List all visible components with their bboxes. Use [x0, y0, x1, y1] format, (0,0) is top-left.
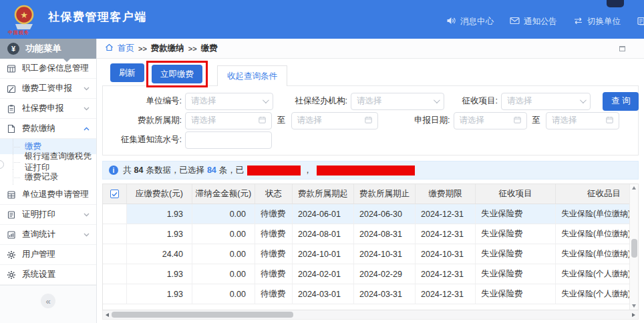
info-text: 条数据，已选择 — [146, 165, 204, 176]
sidebar-item-refund-management[interactable]: 单位退费申请管理 — [0, 185, 96, 205]
app-window: ★ 中国税务 社保费管理客户端 消息中心 通知公告 — [0, 0, 644, 323]
refund-icon — [7, 190, 17, 200]
unit-no-label: 单位编号: — [103, 95, 182, 107]
cell-status: 待缴费 — [255, 204, 293, 224]
row-checkbox-cell[interactable] — [103, 244, 127, 264]
info-icon: i — [109, 166, 118, 175]
svg-text:★: ★ — [20, 10, 28, 20]
scroll-down-icon[interactable] — [632, 304, 636, 308]
query-form-panel: 单位编号: 请选择 社保经办机构: 请选择 征收项目: 请选择 — [102, 85, 639, 155]
nav-switch-unit[interactable]: 切换单位 — [573, 16, 621, 27]
table-row[interactable]: 24.40 0.00 待缴费 2024-10-01 2024-10-31 202… — [103, 244, 638, 264]
cell-deadline: 2024-10-31 — [416, 244, 476, 264]
table-row[interactable]: 1.93 0.00 待缴费 2024-02-01 2024-02-29 2024… — [103, 264, 638, 284]
cell-period-start: 2024-03-01 — [293, 284, 354, 304]
cell-period-start: 2024-02-01 — [293, 264, 354, 284]
menu-notch — [63, 58, 71, 62]
vertical-scroll-thumb[interactable] — [631, 239, 637, 258]
col-deadline[interactable]: 缴费期限 — [416, 184, 476, 204]
declare-start-datepicker[interactable]: 请选择 — [454, 112, 527, 129]
collection-notice-serial-input[interactable] — [185, 131, 272, 149]
sidebar-item-user-management[interactable]: 用户管理 — [0, 245, 96, 265]
nav-unit-management[interactable]: 单位管理 — [637, 16, 644, 27]
sidebar-collapse-button[interactable]: « — [41, 294, 55, 308]
period-end-datepicker[interactable]: 请选择 — [291, 112, 378, 129]
serial-label: 征集通知流水号: — [103, 134, 182, 145]
to-label: 至 — [277, 115, 286, 126]
table-header-row: 应缴费款(元) 滞纳金金额(元) 状态 费款所属期起 费款所属期止 缴费期限 征… — [103, 184, 638, 204]
scroll-left-icon[interactable] — [106, 313, 109, 317]
declare-end-datepicker[interactable]: 请选择 — [546, 112, 619, 129]
row-checkbox-cell[interactable] — [103, 224, 127, 244]
col-period-end[interactable]: 费款所属期止 — [354, 184, 416, 204]
brand: ★ 中国税务 社保费管理客户端 — [9, 1, 147, 37]
window-restore-icon[interactable] — [619, 46, 625, 51]
home-icon — [105, 43, 114, 53]
nav-notice-board[interactable]: 通知公告 — [510, 16, 557, 27]
sidebar-item-fee-payment[interactable]: 费款缴纳 — [0, 119, 96, 139]
sidebar-item-system-settings[interactable]: 系统设置 — [0, 265, 96, 285]
cell-period-start: 2024-08-01 — [293, 224, 354, 244]
cell-late-fee: 0.00 — [192, 284, 255, 304]
partial-row — [103, 304, 638, 310]
horizontal-scroll-thumb[interactable] — [112, 312, 293, 318]
table-row[interactable]: 1.93 0.00 待缴费 2024-03-01 2024-03-31 2024… — [103, 284, 638, 304]
col-period-start[interactable]: 费款所属期起 — [293, 184, 354, 204]
sidebar-item-query-statistics[interactable]: 查询统计 — [0, 225, 96, 245]
vertical-scrollbar[interactable] — [629, 184, 638, 310]
levy-item-select[interactable]: 请选择 — [501, 93, 591, 110]
sidebar-item-salary-declaration[interactable]: 缴费工资申报 — [0, 79, 96, 99]
calendar-icon — [606, 116, 613, 125]
col-levy-item[interactable]: 征收项目 — [476, 184, 556, 204]
cell-amount-due: 24.40 — [127, 244, 192, 264]
sidebar-item-employee-insurance-info[interactable]: 职工参保信息管理 — [0, 59, 96, 79]
cell-amount-due: 1.93 — [127, 264, 192, 284]
horizontal-scrollbar[interactable] — [102, 310, 639, 320]
table-row[interactable]: 1.93 0.00 待缴费 2024-08-01 2024-08-31 2024… — [103, 224, 638, 244]
info-text: ， — [303, 165, 312, 176]
select-placeholder: 请选择 — [191, 95, 216, 107]
cell-deadline: 2024-12-31 — [416, 284, 476, 304]
select-all-checkbox[interactable] — [110, 190, 119, 198]
selection-info-bar: i 共 84 条数据，已选择 84 条，已 ， — [102, 161, 639, 180]
sidebar-item-fee-declaration[interactable]: 社保费申报 — [0, 99, 96, 119]
refresh-button[interactable]: 刷新 — [110, 63, 144, 82]
nav-message-center[interactable]: 消息中心 — [446, 16, 494, 27]
nav-label: 切换单位 — [587, 16, 621, 27]
row-checkbox-cell[interactable] — [103, 284, 127, 304]
sidebar-subitem-payment-records[interactable]: 缴费记录 — [0, 170, 96, 185]
sidebar-item-certificate-print[interactable]: 证明打印 — [0, 205, 96, 225]
total-count: 84 — [134, 166, 144, 175]
scroll-up-icon[interactable] — [632, 186, 636, 190]
row-checkbox-cell[interactable] — [103, 204, 127, 224]
sidebar-item-label: 缴费工资申报 — [22, 83, 78, 94]
nav-label: 消息中心 — [460, 16, 494, 27]
col-late-fee[interactable]: 滞纳金金额(元) — [192, 184, 255, 204]
breadcrumb-home[interactable]: 首页 — [118, 43, 134, 54]
collapse-query-tab[interactable]: 收起查询条件 — [217, 65, 287, 86]
pay-now-button[interactable]: 立即缴费 — [152, 65, 202, 83]
actions-row: 刷新 立即缴费 收起查询条件 — [102, 59, 639, 85]
top-corner-artifact — [607, 0, 624, 7]
sidebar-subitem-bank-voucher-print[interactable]: 银行端查询缴税凭证打印 — [0, 154, 96, 170]
breadcrumb-separator: >> — [138, 45, 147, 53]
payments-table: 应缴费款(元) 滞纳金金额(元) 状态 费款所属期起 费款所属期止 缴费期限 征… — [102, 184, 639, 310]
agency-select[interactable]: 请选择 — [351, 93, 444, 110]
col-status[interactable]: 状态 — [255, 184, 293, 204]
period-start-datepicker[interactable]: 请选择 — [185, 112, 272, 129]
agency-label: 社保经办机构: — [283, 95, 347, 107]
col-amount-due[interactable]: 应缴费款(元) — [127, 184, 192, 204]
cell-deadline: 2024-12-31 — [416, 224, 476, 244]
info-text: 共 — [123, 165, 132, 176]
col-levy-subitem[interactable]: 征收品目 — [556, 184, 638, 204]
cell-period-start: 2024-10-01 — [293, 244, 354, 264]
sidebar-subitem-label: 缴费记录 — [25, 172, 58, 183]
scroll-right-icon[interactable] — [632, 313, 635, 317]
select-all-checkbox-cell — [103, 184, 127, 204]
table-row[interactable]: 1.93 0.00 待缴费 2024-06-01 2024-06-30 2024… — [103, 204, 638, 224]
row-checkbox-cell[interactable] — [103, 264, 127, 284]
search-button[interactable]: 查 询 — [603, 92, 639, 111]
declare-date-label: 申报日期: — [387, 115, 450, 126]
unit-no-select[interactable]: 请选择 — [185, 93, 273, 110]
file-icon — [7, 124, 17, 133]
